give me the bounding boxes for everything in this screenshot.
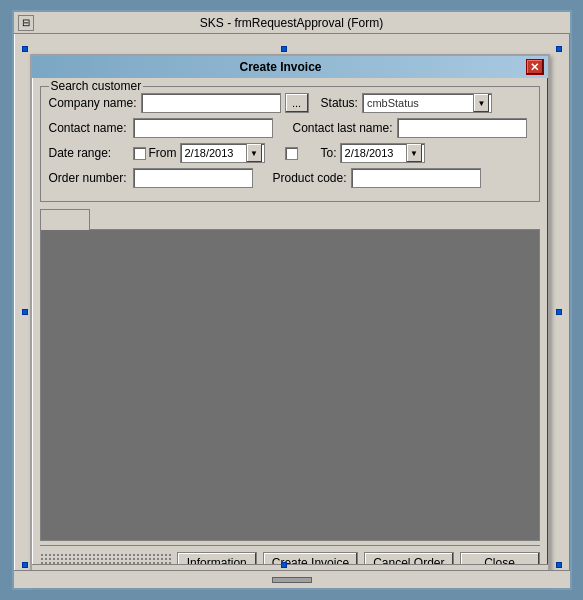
- outer-title: SKS - frmRequestApproval (Form): [200, 16, 383, 30]
- search-section: Search customer Company name: ... Status…: [40, 86, 540, 202]
- company-name-input[interactable]: [141, 93, 281, 113]
- from-checkbox[interactable]: [133, 147, 146, 160]
- company-name-label: Company name:: [49, 96, 137, 110]
- resize-grip: [272, 577, 312, 583]
- outer-window: ⊟ SKS - frmRequestApproval (Form) Create…: [12, 10, 572, 590]
- product-code-input[interactable]: [351, 168, 481, 188]
- from-date-arrow[interactable]: ▼: [246, 144, 262, 162]
- window-icon: ⊟: [18, 15, 34, 31]
- to-label: To:: [321, 146, 337, 160]
- handle-bl: [22, 562, 28, 568]
- order-row: Order number: Product code:: [49, 168, 531, 188]
- contact-last-input[interactable]: [397, 118, 527, 138]
- order-number-label: Order number:: [49, 171, 129, 185]
- dialog-title: Create Invoice: [36, 60, 526, 74]
- handle-ml: [22, 309, 28, 315]
- status-combo-arrow[interactable]: ▼: [473, 94, 489, 112]
- company-row: Company name: ... Status: cmbStatus ▼: [49, 93, 531, 113]
- create-invoice-dialog: Create Invoice ✕ Search customer Company…: [30, 54, 550, 584]
- status-combo[interactable]: cmbStatus ▼: [362, 93, 492, 113]
- order-number-input[interactable]: [133, 168, 253, 188]
- date-range-row: Date range: From 2/18/2013 ▼ To:: [49, 143, 531, 163]
- handle-bm: [281, 562, 287, 568]
- date-range-label: Date range:: [49, 146, 129, 160]
- date-to-group: To: 2/18/2013 ▼: [285, 143, 425, 163]
- dialog-titlebar: Create Invoice ✕: [32, 56, 548, 78]
- status-label: Status:: [321, 96, 358, 110]
- handle-tm: [281, 46, 287, 52]
- from-label: From: [149, 146, 177, 160]
- date-from-group: From 2/18/2013 ▼: [133, 143, 265, 163]
- status-combo-text: cmbStatus: [365, 97, 473, 109]
- product-code-label: Product code:: [273, 171, 347, 185]
- handle-tl: [22, 46, 28, 52]
- search-legend: Search customer: [49, 79, 144, 93]
- tab-item-active[interactable]: [40, 209, 90, 230]
- outer-titlebar: ⊟ SKS - frmRequestApproval (Form): [14, 12, 570, 34]
- browse-button[interactable]: ...: [285, 93, 309, 113]
- to-date-arrow[interactable]: ▼: [406, 144, 422, 162]
- contact-last-label: Contact last name:: [293, 121, 393, 135]
- contact-name-input[interactable]: [133, 118, 273, 138]
- contact-name-label: Contact name:: [49, 121, 129, 135]
- tab-area: [40, 208, 540, 541]
- from-date-combo[interactable]: 2/18/2013 ▼: [180, 143, 265, 163]
- tab-header: [40, 208, 540, 229]
- dialog-body: Search customer Company name: ... Status…: [32, 78, 548, 582]
- handle-br: [556, 562, 562, 568]
- handle-tr: [556, 46, 562, 52]
- contact-row: Contact name: Contact last name:: [49, 118, 531, 138]
- from-date-text: 2/18/2013: [183, 147, 246, 159]
- handle-mr: [556, 309, 562, 315]
- outer-status-bar: [14, 570, 570, 588]
- close-dialog-button[interactable]: ✕: [526, 59, 544, 75]
- to-date-text: 2/18/2013: [343, 147, 406, 159]
- outer-content: Create Invoice ✕ Search customer Company…: [14, 34, 570, 588]
- tab-content: [40, 229, 540, 541]
- to-checkbox[interactable]: [285, 147, 298, 160]
- to-date-combo[interactable]: 2/18/2013 ▼: [340, 143, 425, 163]
